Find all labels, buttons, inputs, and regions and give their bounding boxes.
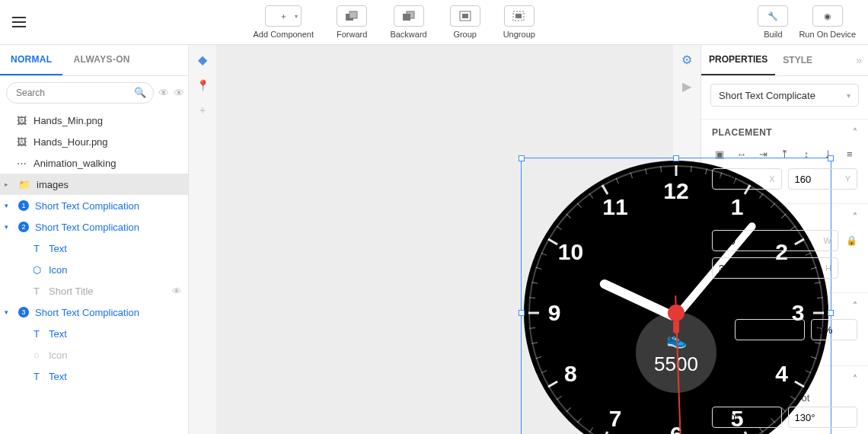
h-field[interactable]: H [712, 257, 838, 279]
layer-images-folder[interactable]: ▸📁images [0, 174, 188, 195]
search-icon: 🔍 [134, 87, 146, 98]
chevron-right-icon: ▸ [5, 180, 12, 188]
layer-icon-1[interactable]: ⬡Icon [0, 259, 188, 280]
build-label: Build [764, 30, 782, 39]
chevron-up-icon[interactable]: ˄ [853, 301, 858, 311]
visibility-off-icon[interactable]: 👁 [158, 87, 169, 99]
ungroup-icon [512, 11, 526, 21]
ungroup-button[interactable]: Ungroup [503, 5, 535, 39]
layer-icon-2[interactable]: ○Icon [0, 344, 188, 365]
layer-animation-walking[interactable]: ⋯Animation_walking [0, 152, 188, 174]
shape-icon: ○ [30, 349, 43, 361]
text-icon: T [30, 243, 43, 254]
add-icon[interactable]: ＋ [197, 104, 208, 117]
text-icon: T [30, 328, 43, 340]
plus-icon: ＋ [279, 11, 288, 22]
layers-icon[interactable]: ◆ [198, 53, 207, 67]
opacity-input[interactable] [818, 324, 850, 336]
image-icon: 🖼 [15, 136, 27, 148]
backward-icon [402, 11, 416, 21]
dropdown-value: Short Text Complicate [719, 90, 815, 101]
center-input[interactable] [719, 412, 775, 423]
handle-tr[interactable] [828, 155, 834, 161]
play-icon[interactable]: ▶ [682, 79, 691, 94]
badge-1: 1 [18, 200, 29, 211]
search-input[interactable] [6, 82, 154, 104]
layer-hands-min[interactable]: 🖼Hands_Min.png [0, 110, 188, 131]
hidden-icon[interactable]: 👁 [172, 286, 182, 297]
pivot-input[interactable] [795, 412, 851, 423]
handle-mr[interactable] [828, 310, 834, 316]
selection-box[interactable] [521, 158, 831, 434]
backward-button[interactable]: Backward [390, 5, 426, 39]
text-icon: T [30, 286, 43, 297]
tab-properties[interactable]: PROPERTIES [701, 45, 775, 75]
svg-rect-5 [462, 14, 468, 18]
shape-icon: ⬡ [30, 264, 43, 276]
add-component-label: Add Component [254, 30, 314, 39]
layer-hands-hour[interactable]: 🖼Hands_Hour.png [0, 131, 188, 152]
handle-tl[interactable] [519, 155, 525, 161]
center-field[interactable] [712, 407, 782, 428]
left-tabs: NORMAL ALWAYS-ON [0, 45, 188, 76]
layer-stc-1[interactable]: ▾1Short Text Complication [0, 195, 188, 216]
svg-rect-3 [403, 14, 410, 21]
x-field[interactable]: X [712, 168, 782, 190]
y-input[interactable] [795, 174, 851, 185]
group-label: Group [453, 30, 477, 39]
tab-style[interactable]: STYLE [775, 46, 820, 75]
chevron-up-icon[interactable]: ˄ [853, 212, 858, 222]
w-input[interactable] [719, 235, 831, 247]
chevron-down-icon: ▾ [847, 91, 850, 100]
layer-stc-3[interactable]: ▾3Short Text Complication [0, 302, 188, 323]
visibility-all-icon[interactable]: 👁 [174, 87, 184, 99]
handle-ml[interactable] [519, 310, 525, 316]
ungroup-label: Ungroup [503, 30, 535, 39]
w-field[interactable]: W [712, 230, 838, 251]
chevron-up-icon[interactable]: ˄ [853, 374, 858, 385]
build-button[interactable]: 🔧 Build [758, 5, 788, 39]
hex-input[interactable] [742, 324, 798, 336]
pivot-field[interactable] [788, 407, 858, 428]
group-button[interactable]: Group [450, 5, 480, 39]
run-label: Run On Device [799, 30, 856, 39]
tab-always-on[interactable]: ALWAYS-ON [62, 45, 140, 75]
layer-short-title[interactable]: TShort Title👁 [0, 280, 188, 302]
badge-3: 3 [18, 307, 29, 318]
forward-button[interactable]: Forward [337, 5, 367, 39]
y-field[interactable]: Y [788, 168, 858, 190]
align-distribute-icon[interactable]: ≡ [842, 145, 857, 162]
layer-text-1[interactable]: TText [0, 238, 188, 259]
animation-icon: ⋯ [15, 158, 27, 169]
add-component-button[interactable]: ＋▾ Add Component [254, 5, 314, 39]
lock-icon[interactable]: 🔒 [844, 230, 857, 251]
menu-button[interactable] [12, 13, 30, 31]
sliders-icon[interactable]: ⚙ [681, 53, 692, 67]
svg-rect-7 [515, 14, 522, 18]
component-type-dropdown[interactable]: Short Text Complicate ▾ [710, 84, 859, 107]
pin-icon[interactable]: 📍 [196, 79, 209, 91]
wrench-icon: 🔧 [767, 11, 778, 21]
play-circle-icon: ◉ [824, 11, 831, 21]
canvas[interactable]: 121234567891011 👟 5500 [216, 45, 673, 434]
group-icon [459, 11, 471, 21]
layer-text-3[interactable]: TText [0, 365, 188, 387]
chevron-down-icon: ▾ [5, 223, 12, 231]
layer-tree: 🖼Hands_Min.png 🖼Hands_Hour.png ⋯Animatio… [0, 110, 188, 434]
forward-label: Forward [337, 30, 367, 39]
handle-tm[interactable] [673, 155, 679, 161]
opacity-field[interactable] [811, 319, 857, 340]
layer-text-2[interactable]: TText [0, 323, 188, 344]
collapse-panel-icon[interactable]: » [856, 54, 862, 66]
run-on-device-button[interactable]: ◉ Run On Device [799, 5, 856, 39]
tab-normal[interactable]: NORMAL [0, 45, 62, 75]
x-input[interactable] [719, 174, 775, 185]
chevron-down-icon: ▾ [295, 13, 298, 20]
badge-2: 2 [18, 222, 29, 232]
chevron-up-icon[interactable]: ˄ [853, 127, 858, 138]
backward-label: Backward [390, 30, 426, 39]
h-input[interactable] [719, 263, 831, 274]
chevron-down-icon: ▾ [5, 308, 12, 316]
hex-field[interactable] [735, 319, 805, 340]
layer-stc-2[interactable]: ▾2Short Text Complication [0, 216, 188, 238]
